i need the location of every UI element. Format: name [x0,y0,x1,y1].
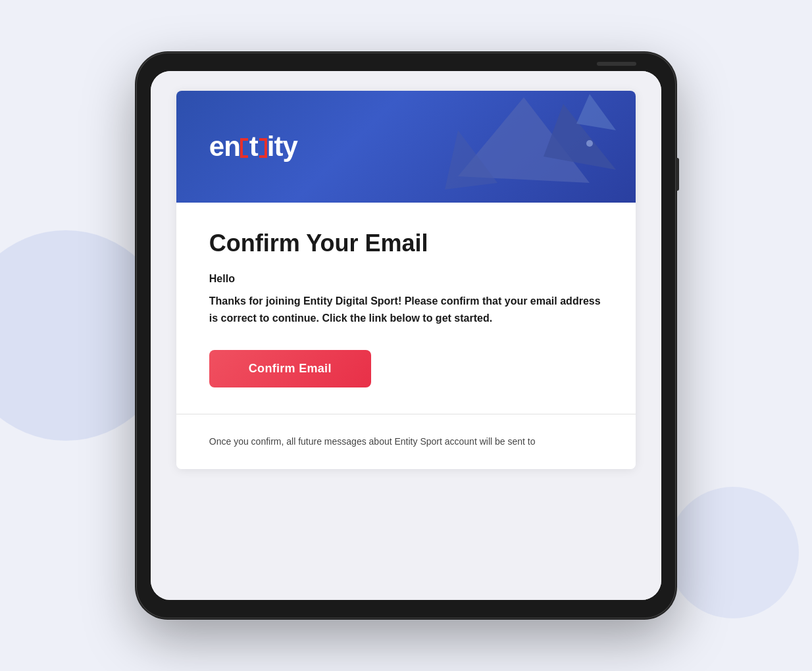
logo-en: en [209,131,240,162]
logo-bracket-right [259,138,267,158]
bg-decoration-right [667,487,799,618]
tablet-top-bar [597,62,636,66]
logo-t: t [249,131,258,162]
email-container: entity Confirm Your Email Hello Thanks f… [151,71,661,600]
email-body-text: Thanks for joining Entity Digital Sport!… [209,293,603,326]
svg-point-4 [586,140,593,147]
email-card: entity Confirm Your Email Hello Thanks f… [176,91,636,469]
logo-text: entity [209,131,297,162]
entity-logo: entity [209,131,297,162]
email-title: Confirm Your Email [209,229,603,257]
tablet-side-button [676,158,679,191]
email-body: Confirm Your Email Hello Thanks for join… [176,203,636,469]
tablet-device: entity Confirm Your Email Hello Thanks f… [136,53,676,618]
email-header: entity [176,91,636,203]
logo-ity: ity [267,131,297,162]
header-triangles-decoration [432,91,616,203]
tablet-screen: entity Confirm Your Email Hello Thanks f… [151,71,661,600]
email-greeting: Hello [209,273,603,285]
confirm-email-button[interactable]: Confirm Email [209,350,371,387]
svg-marker-2 [576,94,616,130]
email-divider [176,414,636,414]
logo-bracket-left [240,138,248,158]
email-footer-text: Once you confirm, all future messages ab… [209,434,603,449]
